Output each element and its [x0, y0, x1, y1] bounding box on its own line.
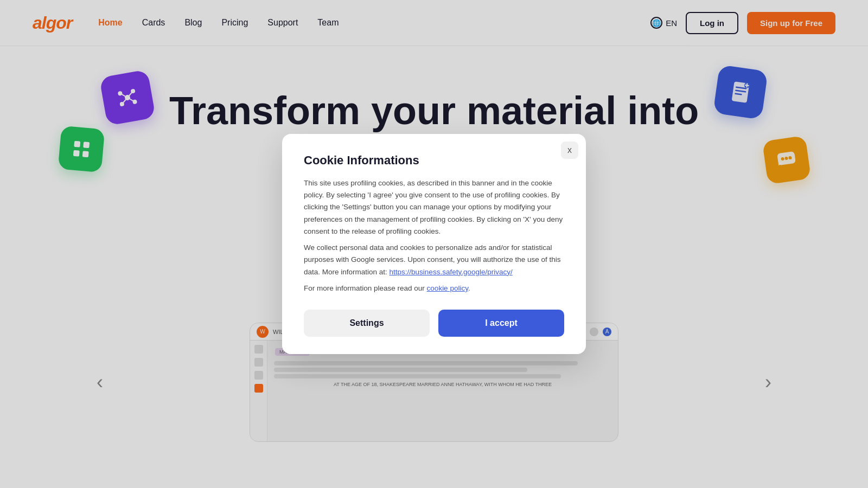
cookie-body-1: This site uses profiling cookies, as des…: [304, 177, 564, 237]
cookie-body-3: For more information please read our coo…: [304, 282, 564, 294]
cookie-actions: Settings I accept: [304, 310, 564, 337]
cookie-modal: x Cookie Informations This site uses pro…: [282, 134, 586, 354]
cookie-close-button[interactable]: x: [561, 142, 578, 159]
cookie-accept-button[interactable]: I accept: [438, 310, 564, 337]
cookie-title: Cookie Informations: [304, 153, 564, 168]
cookie-privacy-link[interactable]: https://business.safety.google/privacy/: [390, 268, 513, 276]
cookie-settings-button[interactable]: Settings: [304, 310, 430, 337]
modal-overlay: x Cookie Informations This site uses pro…: [0, 0, 868, 488]
cookie-body-2: We collect personal data and cookies to …: [304, 242, 564, 278]
cookie-policy-link[interactable]: cookie policy: [427, 284, 468, 292]
